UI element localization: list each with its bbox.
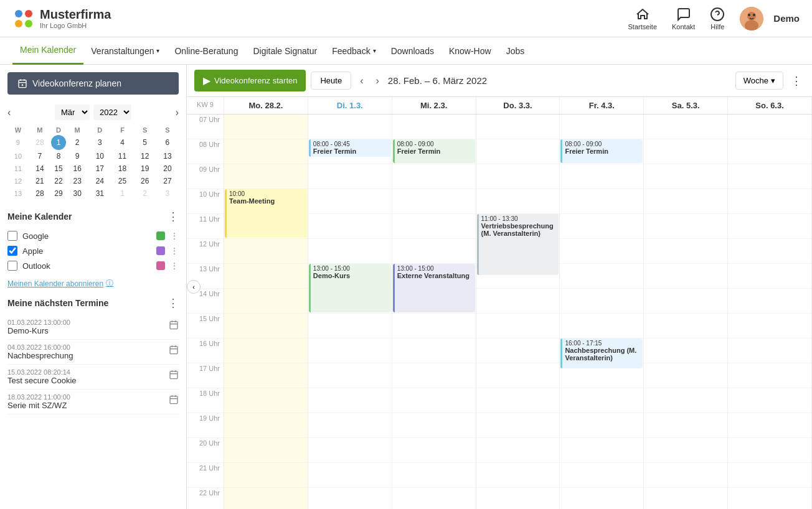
user-menu[interactable]: Demo bbox=[740, 7, 800, 30]
day-slot[interactable] bbox=[644, 164, 727, 189]
mini-cal-day[interactable]: 18 bbox=[111, 162, 133, 175]
appointment-item[interactable]: 04.03.2022 16:00:00Nachbesprechung bbox=[7, 340, 179, 365]
mini-cal-day[interactable]: 24 bbox=[88, 175, 111, 187]
cal-menu-apple[interactable]: ⋮ bbox=[170, 246, 179, 256]
day-slot[interactable] bbox=[644, 264, 727, 289]
day-slot[interactable] bbox=[644, 413, 727, 438]
day-slot[interactable] bbox=[392, 239, 476, 264]
day-slot[interactable] bbox=[392, 339, 476, 363]
mini-cal-day[interactable]: 16 bbox=[66, 162, 88, 175]
day-slot[interactable] bbox=[224, 314, 308, 339]
mini-cal-day[interactable]: 28 bbox=[29, 187, 51, 200]
cal-label-outlook[interactable]: Outlook bbox=[22, 261, 151, 271]
day-slot[interactable] bbox=[644, 488, 727, 509]
cal-label-google[interactable]: Google bbox=[22, 231, 151, 241]
mini-cal-day[interactable]: 7 bbox=[29, 150, 51, 162]
day-slot[interactable] bbox=[560, 488, 643, 509]
day-slot[interactable] bbox=[476, 438, 560, 463]
startseite-link[interactable]: Startseite bbox=[628, 7, 657, 30]
day-slot[interactable] bbox=[728, 264, 811, 289]
appointment-item[interactable]: 15.03.2022 08:20:14Test secure Cookie bbox=[7, 365, 179, 390]
cal-menu-google[interactable]: ⋮ bbox=[170, 231, 179, 241]
mini-cal-day[interactable]: 8 bbox=[51, 150, 66, 162]
next-appointments-menu-button[interactable]: ⋮ bbox=[168, 296, 179, 310]
day-slot[interactable] bbox=[728, 214, 811, 239]
day-slot[interactable] bbox=[560, 189, 643, 214]
day-slot[interactable] bbox=[224, 463, 308, 488]
day-slot[interactable] bbox=[728, 114, 811, 139]
day-slot[interactable] bbox=[728, 339, 811, 363]
day-slot[interactable] bbox=[224, 164, 308, 189]
day-slot[interactable] bbox=[308, 413, 392, 438]
day-slot[interactable] bbox=[224, 388, 308, 413]
my-calendars-menu-button[interactable]: ⋮ bbox=[168, 210, 179, 223]
day-slot[interactable] bbox=[728, 438, 811, 463]
day-slot[interactable] bbox=[476, 114, 560, 139]
day-slot[interactable] bbox=[224, 339, 308, 363]
mini-cal-day[interactable]: 2 bbox=[134, 187, 156, 200]
day-slot[interactable] bbox=[476, 363, 560, 388]
nav-mein-kalender[interactable]: Mein Kalender bbox=[12, 37, 83, 65]
mini-cal-day[interactable]: 1 bbox=[51, 135, 66, 150]
event-freier-termin-fri[interactable]: 08:00 - 09:00Freier Termin bbox=[560, 139, 643, 163]
day-slot[interactable] bbox=[560, 289, 643, 314]
nav-downloads[interactable]: Downloads bbox=[384, 37, 441, 65]
day-slot[interactable] bbox=[560, 463, 643, 488]
day-slot[interactable] bbox=[392, 463, 476, 488]
day-slot[interactable] bbox=[728, 488, 811, 509]
day-slot[interactable] bbox=[476, 413, 560, 438]
mini-cal-day[interactable]: 6 bbox=[156, 135, 179, 150]
collapse-sidebar-button[interactable]: ‹ bbox=[187, 280, 201, 294]
nav-online-beratung[interactable]: Online-Beratung bbox=[167, 37, 245, 65]
day-slot[interactable] bbox=[308, 438, 392, 463]
day-slot[interactable] bbox=[560, 264, 643, 289]
cal-checkbox-outlook[interactable] bbox=[7, 261, 17, 271]
event-nachbesprechung[interactable]: 16:00 - 17:15Nachbesprechung (M. Veranst… bbox=[560, 339, 643, 368]
day-slot[interactable] bbox=[392, 488, 476, 509]
mini-cal-day[interactable]: 15 bbox=[51, 162, 66, 175]
day-slot[interactable] bbox=[308, 214, 392, 239]
nav-veranstaltungen[interactable]: Veranstaltungen ▾ bbox=[83, 37, 167, 65]
start-videokonferenz-button[interactable]: ▶ Videokonferenz starten bbox=[194, 70, 306, 91]
day-slot[interactable] bbox=[224, 438, 308, 463]
appointment-item[interactable]: 18.03.2022 11:00:00Serie mit SZ/WZ bbox=[7, 390, 179, 414]
day-slot[interactable] bbox=[476, 388, 560, 413]
day-slot[interactable] bbox=[644, 438, 727, 463]
mini-cal-day[interactable]: 20 bbox=[156, 162, 179, 175]
day-slot[interactable] bbox=[224, 363, 308, 388]
day-slot[interactable] bbox=[308, 114, 392, 139]
day-slot[interactable] bbox=[560, 438, 643, 463]
mini-cal-day[interactable]: 4 bbox=[111, 135, 133, 150]
mini-cal-day[interactable]: 9 bbox=[66, 150, 88, 162]
day-slot[interactable] bbox=[644, 139, 727, 164]
mini-cal-day[interactable]: 19 bbox=[134, 162, 156, 175]
day-slot[interactable] bbox=[224, 488, 308, 509]
day-slot[interactable] bbox=[728, 139, 811, 164]
mini-cal-prev[interactable]: ‹ bbox=[7, 107, 11, 118]
cal-checkbox-google[interactable] bbox=[7, 231, 17, 241]
day-slot[interactable] bbox=[224, 264, 308, 289]
day-slot[interactable] bbox=[308, 339, 392, 363]
nav-digitale-signatur[interactable]: Digitale Signatur bbox=[245, 37, 324, 65]
day-slot[interactable] bbox=[224, 413, 308, 438]
mini-cal-day[interactable]: 22 bbox=[51, 175, 66, 187]
day-slot[interactable] bbox=[728, 239, 811, 264]
event-demo-kurs[interactable]: 13:00 - 15:00Demo-Kurs bbox=[309, 264, 391, 312]
day-slot[interactable] bbox=[392, 363, 476, 388]
mini-cal-day[interactable]: 10 bbox=[88, 150, 111, 162]
appointment-item[interactable]: 01.03.2022 13:00:00Demo-Kurs bbox=[7, 315, 179, 340]
day-slot[interactable] bbox=[476, 314, 560, 339]
mini-cal-day[interactable]: 30 bbox=[66, 187, 88, 200]
day-slot[interactable] bbox=[728, 413, 811, 438]
day-slot[interactable] bbox=[308, 189, 392, 214]
day-slot[interactable] bbox=[224, 139, 308, 164]
mini-cal-day[interactable]: 28 bbox=[29, 135, 51, 150]
kontakt-link[interactable]: Kontakt bbox=[672, 7, 695, 30]
day-slot[interactable] bbox=[560, 314, 643, 339]
day-slot[interactable] bbox=[224, 239, 308, 264]
plan-videokonferenz-button[interactable]: Videokonferenz planen bbox=[7, 72, 179, 95]
day-slot[interactable] bbox=[392, 314, 476, 339]
day-slot[interactable] bbox=[728, 388, 811, 413]
week-number[interactable]: 10 bbox=[7, 150, 29, 162]
week-number[interactable]: 12 bbox=[7, 175, 29, 187]
